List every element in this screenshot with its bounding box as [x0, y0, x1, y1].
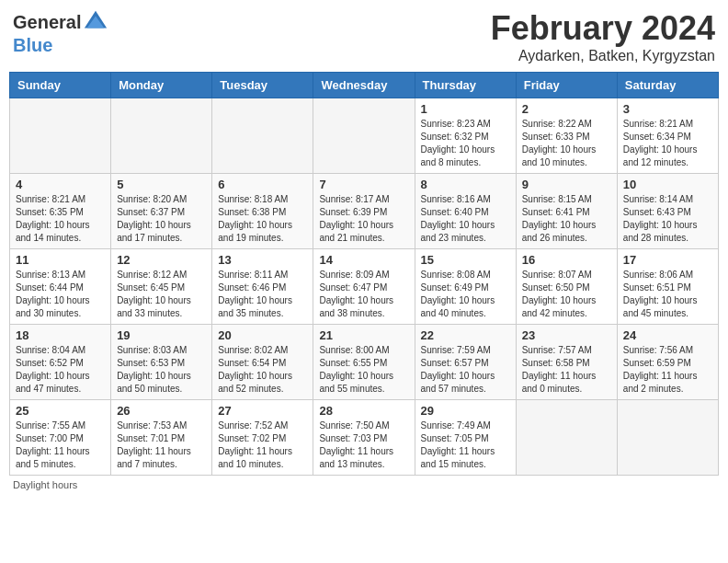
day-info: Sunrise: 8:17 AM Sunset: 6:39 PM Dayligh…	[319, 193, 408, 245]
day-cell: 24Sunrise: 7:56 AM Sunset: 6:59 PM Dayli…	[617, 325, 718, 400]
day-cell: 2Sunrise: 8:22 AM Sunset: 6:33 PM Daylig…	[516, 98, 617, 174]
day-cell: 9Sunrise: 8:15 AM Sunset: 6:41 PM Daylig…	[516, 174, 617, 249]
logo-blue-text: Blue	[13, 35, 52, 56]
day-cell: 3Sunrise: 8:21 AM Sunset: 6:34 PM Daylig…	[617, 98, 718, 174]
day-cell: 23Sunrise: 7:57 AM Sunset: 6:58 PM Dayli…	[516, 325, 617, 400]
week-row-2: 4Sunrise: 8:21 AM Sunset: 6:35 PM Daylig…	[10, 174, 719, 249]
day-cell: 15Sunrise: 8:08 AM Sunset: 6:49 PM Dayli…	[415, 249, 516, 325]
day-number: 9	[522, 178, 611, 191]
day-cell: 13Sunrise: 8:11 AM Sunset: 6:46 PM Dayli…	[212, 249, 313, 325]
day-info: Sunrise: 8:09 AM Sunset: 6:47 PM Dayligh…	[319, 269, 408, 320]
day-cell: 6Sunrise: 8:18 AM Sunset: 6:38 PM Daylig…	[212, 174, 313, 249]
day-number: 19	[117, 328, 206, 342]
col-header-thursday: Thursday	[415, 73, 516, 98]
col-header-monday: Monday	[111, 73, 212, 98]
day-info: Sunrise: 7:57 AM Sunset: 6:58 PM Dayligh…	[522, 344, 611, 396]
col-header-friday: Friday	[516, 73, 617, 98]
footer-note: Daylight hours	[9, 479, 719, 490]
day-number: 3	[623, 102, 712, 116]
day-number: 18	[16, 328, 105, 342]
week-row-3: 11Sunrise: 8:13 AM Sunset: 6:44 PM Dayli…	[10, 249, 719, 325]
day-number: 22	[421, 328, 510, 342]
title-area: February 2024 Aydarken, Batken, Kyrgyzst…	[491, 9, 715, 64]
day-info: Sunrise: 8:22 AM Sunset: 6:33 PM Dayligh…	[522, 118, 611, 169]
week-row-1: 1Sunrise: 8:23 AM Sunset: 6:32 PM Daylig…	[10, 98, 719, 174]
day-info: Sunrise: 8:21 AM Sunset: 6:35 PM Dayligh…	[16, 193, 105, 245]
header-row: SundayMondayTuesdayWednesdayThursdayFrid…	[10, 73, 719, 98]
day-number: 14	[319, 253, 408, 267]
day-number: 4	[16, 178, 105, 191]
day-cell: 17Sunrise: 8:06 AM Sunset: 6:51 PM Dayli…	[617, 249, 718, 325]
day-cell	[617, 400, 718, 476]
day-number: 10	[623, 178, 712, 191]
day-number: 5	[117, 178, 206, 191]
day-cell: 16Sunrise: 8:07 AM Sunset: 6:50 PM Dayli…	[516, 249, 617, 325]
day-number: 26	[117, 404, 206, 418]
day-info: Sunrise: 8:21 AM Sunset: 6:34 PM Dayligh…	[623, 118, 712, 169]
day-number: 16	[522, 253, 611, 267]
day-cell: 29Sunrise: 7:49 AM Sunset: 7:05 PM Dayli…	[415, 400, 516, 476]
day-info: Sunrise: 8:14 AM Sunset: 6:43 PM Dayligh…	[623, 193, 712, 245]
logo-general-text: General	[13, 12, 81, 33]
day-number: 13	[218, 253, 307, 267]
day-info: Sunrise: 8:02 AM Sunset: 6:54 PM Dayligh…	[218, 344, 307, 396]
day-info: Sunrise: 7:56 AM Sunset: 6:59 PM Dayligh…	[623, 344, 712, 396]
week-row-4: 18Sunrise: 8:04 AM Sunset: 6:52 PM Dayli…	[10, 325, 719, 400]
calendar-subtitle: Aydarken, Batken, Kyrgyzstan	[491, 48, 715, 64]
day-number: 24	[623, 328, 712, 342]
day-cell: 14Sunrise: 8:09 AM Sunset: 6:47 PM Dayli…	[313, 249, 415, 325]
day-number: 20	[218, 328, 307, 342]
day-cell: 21Sunrise: 8:00 AM Sunset: 6:55 PM Dayli…	[313, 325, 415, 400]
day-info: Sunrise: 8:18 AM Sunset: 6:38 PM Dayligh…	[218, 193, 307, 245]
logo-area: General Blue	[13, 9, 108, 56]
logo: General	[13, 9, 108, 35]
header: General Blue February 2024 Aydarken, Bat…	[9, 9, 719, 64]
day-cell: 18Sunrise: 8:04 AM Sunset: 6:52 PM Dayli…	[10, 325, 111, 400]
day-cell: 19Sunrise: 8:03 AM Sunset: 6:53 PM Dayli…	[111, 325, 212, 400]
day-cell: 7Sunrise: 8:17 AM Sunset: 6:39 PM Daylig…	[313, 174, 415, 249]
day-cell: 4Sunrise: 8:21 AM Sunset: 6:35 PM Daylig…	[10, 174, 111, 249]
day-number: 11	[16, 253, 105, 267]
day-number: 28	[319, 404, 408, 418]
day-info: Sunrise: 8:07 AM Sunset: 6:50 PM Dayligh…	[522, 269, 611, 320]
day-cell	[10, 98, 111, 174]
day-cell: 28Sunrise: 7:50 AM Sunset: 7:03 PM Dayli…	[313, 400, 415, 476]
col-header-sunday: Sunday	[10, 73, 111, 98]
day-number: 29	[421, 404, 510, 418]
day-info: Sunrise: 7:55 AM Sunset: 7:00 PM Dayligh…	[16, 419, 105, 471]
day-cell: 25Sunrise: 7:55 AM Sunset: 7:00 PM Dayli…	[10, 400, 111, 476]
day-number: 21	[319, 328, 408, 342]
col-header-saturday: Saturday	[617, 73, 718, 98]
day-info: Sunrise: 8:15 AM Sunset: 6:41 PM Dayligh…	[522, 193, 611, 245]
day-info: Sunrise: 7:50 AM Sunset: 7:03 PM Dayligh…	[319, 419, 408, 471]
day-info: Sunrise: 8:20 AM Sunset: 6:37 PM Dayligh…	[117, 193, 206, 245]
day-cell: 10Sunrise: 8:14 AM Sunset: 6:43 PM Dayli…	[617, 174, 718, 249]
day-number: 8	[421, 178, 510, 191]
day-info: Sunrise: 8:08 AM Sunset: 6:49 PM Dayligh…	[421, 269, 510, 320]
day-cell: 1Sunrise: 8:23 AM Sunset: 6:32 PM Daylig…	[415, 98, 516, 174]
day-info: Sunrise: 7:59 AM Sunset: 6:57 PM Dayligh…	[421, 344, 510, 396]
day-number: 27	[218, 404, 307, 418]
col-header-wednesday: Wednesday	[313, 73, 415, 98]
day-number: 15	[421, 253, 510, 267]
logo-icon	[83, 9, 108, 35]
day-info: Sunrise: 8:13 AM Sunset: 6:44 PM Dayligh…	[16, 269, 105, 320]
day-info: Sunrise: 7:53 AM Sunset: 7:01 PM Dayligh…	[117, 419, 206, 471]
day-number: 1	[421, 102, 510, 116]
day-info: Sunrise: 7:49 AM Sunset: 7:05 PM Dayligh…	[421, 419, 510, 471]
day-number: 7	[319, 178, 408, 191]
day-info: Sunrise: 8:23 AM Sunset: 6:32 PM Dayligh…	[421, 118, 510, 169]
day-cell: 26Sunrise: 7:53 AM Sunset: 7:01 PM Dayli…	[111, 400, 212, 476]
day-cell: 8Sunrise: 8:16 AM Sunset: 6:40 PM Daylig…	[415, 174, 516, 249]
day-info: Sunrise: 7:52 AM Sunset: 7:02 PM Dayligh…	[218, 419, 307, 471]
col-header-tuesday: Tuesday	[212, 73, 313, 98]
week-row-5: 25Sunrise: 7:55 AM Sunset: 7:00 PM Dayli…	[10, 400, 719, 476]
day-cell: 11Sunrise: 8:13 AM Sunset: 6:44 PM Dayli…	[10, 249, 111, 325]
day-cell	[313, 98, 415, 174]
day-number: 25	[16, 404, 105, 418]
calendar-title: February 2024	[491, 9, 715, 48]
calendar-table: SundayMondayTuesdayWednesdayThursdayFrid…	[9, 72, 719, 476]
day-info: Sunrise: 8:04 AM Sunset: 6:52 PM Dayligh…	[16, 344, 105, 396]
day-info: Sunrise: 8:03 AM Sunset: 6:53 PM Dayligh…	[117, 344, 206, 396]
day-info: Sunrise: 8:16 AM Sunset: 6:40 PM Dayligh…	[421, 193, 510, 245]
